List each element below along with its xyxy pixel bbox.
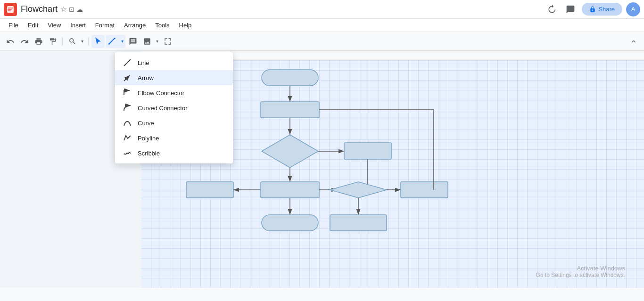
elbow-connector-label: Elbow Connector [138, 89, 184, 97]
undo-button[interactable] [4, 35, 17, 48]
zoom-icon [66, 35, 79, 48]
line-tool[interactable]: ▾ [106, 35, 125, 48]
separator-2 [88, 37, 89, 46]
menu-insert[interactable]: Insert [66, 20, 91, 31]
comments-button[interactable] [563, 2, 578, 17]
svg-rect-13 [344, 143, 391, 159]
svg-rect-6 [262, 70, 318, 86]
select-tool[interactable] [91, 35, 105, 48]
line-icon [123, 58, 132, 67]
watermark: Activate Windows Go to Settings to activ… [536, 265, 625, 278]
polyline-icon [123, 133, 132, 143]
image-icon [140, 35, 154, 48]
line-tool-icon [106, 35, 119, 48]
dropdown-item-scribble[interactable]: Scribble [115, 146, 233, 161]
watermark-line1: Activate Windows [536, 265, 625, 272]
zoom-dropdown-arrow: ▾ [79, 35, 85, 48]
dropdown-item-curve[interactable]: Curve [115, 115, 233, 130]
svg-rect-26 [330, 215, 387, 231]
curve-label: Curve [138, 120, 154, 127]
redo-button[interactable] [18, 35, 31, 48]
cloud-icon[interactable]: ☁ [76, 6, 83, 13]
dropdown-item-curved-connector[interactable]: Curved Connector [115, 100, 233, 115]
separator-1 [62, 37, 63, 46]
svg-line-28 [124, 59, 131, 66]
menu-arrange[interactable]: Arrange [119, 20, 150, 31]
share-label: Share [598, 6, 615, 13]
svg-marker-20 [330, 182, 387, 198]
arrow-label: Arrow [138, 74, 154, 81]
expand-button[interactable] [161, 35, 174, 48]
folder-icon[interactable]: ⊡ [69, 6, 74, 13]
svg-line-30 [124, 75, 130, 81]
line-type-dropdown: Line Arrow Elbow Connector Curved C [115, 52, 233, 163]
arrow-icon [123, 73, 132, 82]
svg-marker-11 [262, 135, 318, 168]
svg-rect-16 [186, 182, 233, 198]
curve-icon [123, 118, 132, 128]
line-tool-dropdown-arrow[interactable]: ▾ [119, 35, 125, 48]
dropdown-item-line[interactable]: Line [115, 55, 233, 70]
history-button[interactable] [544, 2, 559, 17]
svg-rect-22 [401, 182, 448, 198]
menu-tools[interactable]: Tools [150, 20, 174, 31]
svg-rect-8 [261, 102, 319, 118]
line-label: Line [138, 59, 149, 66]
menu-format[interactable]: Format [91, 20, 119, 31]
collapse-toolbar-button[interactable] [627, 35, 640, 48]
doc-title: Flowchart [21, 4, 58, 14]
svg-point-1 [114, 37, 116, 39]
menu-help[interactable]: Help [174, 20, 197, 31]
app-logo [4, 3, 17, 16]
zoom-control[interactable]: ▾ [66, 35, 85, 48]
dropdown-item-polyline[interactable]: Polyline [115, 130, 233, 146]
scribble-label: Scribble [138, 150, 160, 157]
curved-connector-label: Curved Connector [138, 105, 188, 112]
curved-connector-icon [123, 103, 132, 113]
elbow-connector-icon [123, 88, 132, 98]
image-dropdown-arrow[interactable]: ▾ [154, 35, 160, 48]
menu-edit[interactable]: Edit [23, 20, 43, 31]
watermark-line2: Go to Settings to activate Windows. [536, 272, 625, 278]
scribble-icon [123, 148, 132, 158]
polyline-label: Polyline [138, 135, 159, 142]
comment-button[interactable] [126, 35, 140, 48]
avatar: A [626, 2, 640, 16]
menu-view[interactable]: View [43, 20, 66, 31]
svg-point-2 [108, 43, 110, 44]
menu-file[interactable]: File [4, 20, 23, 31]
paint-format-button[interactable] [46, 35, 59, 48]
share-button[interactable]: Share [582, 3, 622, 16]
image-tool[interactable]: ▾ [140, 35, 160, 48]
dropdown-item-elbow[interactable]: Elbow Connector [115, 85, 233, 100]
star-icon[interactable]: ☆ [60, 5, 67, 14]
svg-rect-18 [261, 182, 319, 198]
dropdown-item-arrow[interactable]: Arrow [115, 70, 233, 85]
svg-rect-25 [262, 215, 318, 231]
print-button[interactable] [32, 35, 45, 48]
